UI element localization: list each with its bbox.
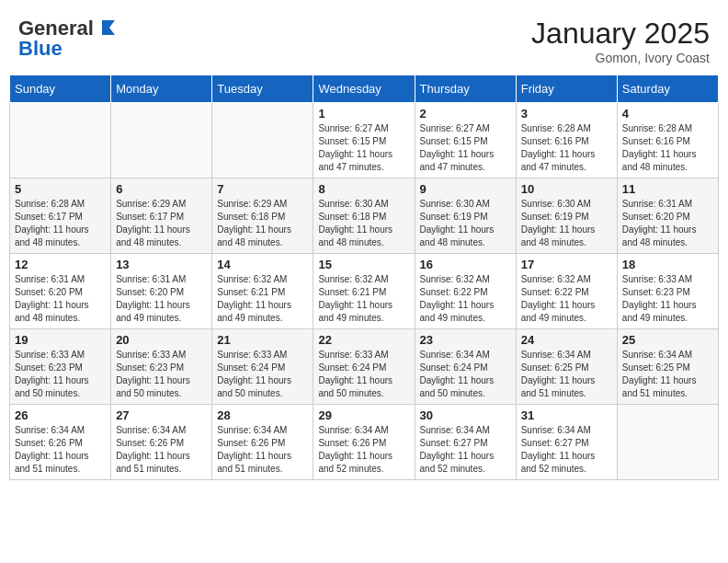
day-header-friday: Friday bbox=[516, 75, 617, 103]
day-number: 26 bbox=[15, 408, 106, 422]
calendar-cell: 1Sunrise: 6:27 AM Sunset: 6:15 PM Daylig… bbox=[313, 103, 415, 178]
calendar-cell: 24Sunrise: 6:34 AM Sunset: 6:25 PM Dayli… bbox=[516, 329, 617, 405]
calendar-cell: 14Sunrise: 6:32 AM Sunset: 6:21 PM Dayli… bbox=[212, 254, 313, 329]
calendar-cell: 25Sunrise: 6:34 AM Sunset: 6:25 PM Dayli… bbox=[617, 329, 718, 405]
day-header-thursday: Thursday bbox=[415, 75, 516, 103]
day-number: 2 bbox=[420, 107, 511, 121]
day-number: 15 bbox=[318, 258, 409, 271]
month-title: January 2025 bbox=[531, 17, 710, 51]
svg-marker-0 bbox=[102, 20, 115, 35]
calendar-cell: 11Sunrise: 6:31 AM Sunset: 6:20 PM Dayli… bbox=[617, 178, 718, 254]
calendar-cell: 16Sunrise: 6:32 AM Sunset: 6:22 PM Dayli… bbox=[415, 254, 516, 329]
calendar-cell: 23Sunrise: 6:34 AM Sunset: 6:24 PM Dayli… bbox=[415, 329, 516, 405]
day-info: Sunrise: 6:34 AM Sunset: 6:27 PM Dayligh… bbox=[420, 424, 511, 476]
calendar-cell: 28Sunrise: 6:34 AM Sunset: 6:26 PM Dayli… bbox=[212, 405, 313, 480]
day-number: 9 bbox=[420, 182, 511, 196]
day-info: Sunrise: 6:32 AM Sunset: 6:21 PM Dayligh… bbox=[318, 273, 409, 325]
day-number: 8 bbox=[318, 182, 409, 196]
calendar-cell: 10Sunrise: 6:30 AM Sunset: 6:19 PM Dayli… bbox=[516, 178, 617, 254]
calendar-cell: 12Sunrise: 6:31 AM Sunset: 6:20 PM Dayli… bbox=[10, 254, 111, 329]
day-number: 1 bbox=[318, 107, 409, 121]
calendar-cell: 13Sunrise: 6:31 AM Sunset: 6:20 PM Dayli… bbox=[111, 254, 212, 329]
calendar-week-4: 19Sunrise: 6:33 AM Sunset: 6:23 PM Dayli… bbox=[10, 329, 719, 405]
logo-blue-text: Blue bbox=[18, 37, 63, 61]
day-header-sunday: Sunday bbox=[10, 75, 111, 103]
day-number: 27 bbox=[116, 408, 207, 422]
day-number: 23 bbox=[420, 333, 511, 347]
day-info: Sunrise: 6:34 AM Sunset: 6:26 PM Dayligh… bbox=[15, 424, 106, 476]
title-block: January 2025 Gomon, Ivory Coast bbox=[531, 17, 710, 65]
day-info: Sunrise: 6:27 AM Sunset: 6:15 PM Dayligh… bbox=[420, 122, 511, 174]
calendar-cell: 3Sunrise: 6:28 AM Sunset: 6:16 PM Daylig… bbox=[516, 103, 617, 178]
day-number: 11 bbox=[622, 182, 713, 196]
day-info: Sunrise: 6:34 AM Sunset: 6:25 PM Dayligh… bbox=[622, 349, 713, 400]
day-number: 10 bbox=[521, 182, 612, 196]
calendar-week-5: 26Sunrise: 6:34 AM Sunset: 6:26 PM Dayli… bbox=[10, 405, 719, 480]
day-info: Sunrise: 6:28 AM Sunset: 6:16 PM Dayligh… bbox=[622, 122, 713, 174]
calendar-cell: 15Sunrise: 6:32 AM Sunset: 6:21 PM Dayli… bbox=[313, 254, 415, 329]
day-info: Sunrise: 6:33 AM Sunset: 6:23 PM Dayligh… bbox=[116, 349, 207, 400]
day-info: Sunrise: 6:28 AM Sunset: 6:16 PM Dayligh… bbox=[521, 122, 612, 174]
day-number: 16 bbox=[420, 258, 511, 271]
logo: General Blue bbox=[18, 17, 119, 61]
day-number: 28 bbox=[217, 408, 308, 422]
day-number: 17 bbox=[521, 258, 612, 271]
calendar-cell: 31Sunrise: 6:34 AM Sunset: 6:27 PM Dayli… bbox=[516, 405, 617, 480]
day-header-monday: Monday bbox=[111, 75, 212, 103]
day-info: Sunrise: 6:34 AM Sunset: 6:24 PM Dayligh… bbox=[420, 349, 511, 400]
calendar-cell: 26Sunrise: 6:34 AM Sunset: 6:26 PM Dayli… bbox=[10, 405, 111, 480]
day-number: 19 bbox=[15, 333, 106, 347]
calendar-cell bbox=[10, 103, 111, 178]
day-info: Sunrise: 6:33 AM Sunset: 6:24 PM Dayligh… bbox=[318, 349, 409, 400]
day-number: 18 bbox=[622, 258, 713, 271]
calendar-cell: 4Sunrise: 6:28 AM Sunset: 6:16 PM Daylig… bbox=[617, 103, 718, 178]
day-info: Sunrise: 6:34 AM Sunset: 6:26 PM Dayligh… bbox=[116, 424, 207, 476]
day-info: Sunrise: 6:30 AM Sunset: 6:19 PM Dayligh… bbox=[420, 198, 511, 249]
day-number: 20 bbox=[116, 333, 207, 347]
calendar-week-1: 1Sunrise: 6:27 AM Sunset: 6:15 PM Daylig… bbox=[10, 103, 719, 178]
calendar-header-row: SundayMondayTuesdayWednesdayThursdayFrid… bbox=[10, 75, 719, 103]
day-info: Sunrise: 6:30 AM Sunset: 6:19 PM Dayligh… bbox=[521, 198, 612, 249]
calendar-cell: 27Sunrise: 6:34 AM Sunset: 6:26 PM Dayli… bbox=[111, 405, 212, 480]
day-info: Sunrise: 6:33 AM Sunset: 6:24 PM Dayligh… bbox=[217, 349, 308, 400]
calendar-cell: 17Sunrise: 6:32 AM Sunset: 6:22 PM Dayli… bbox=[516, 254, 617, 329]
day-number: 4 bbox=[622, 107, 713, 121]
day-info: Sunrise: 6:32 AM Sunset: 6:22 PM Dayligh… bbox=[521, 273, 612, 325]
calendar-cell: 29Sunrise: 6:34 AM Sunset: 6:26 PM Dayli… bbox=[313, 405, 415, 480]
calendar-cell: 7Sunrise: 6:29 AM Sunset: 6:18 PM Daylig… bbox=[212, 178, 313, 254]
day-number: 24 bbox=[521, 333, 612, 347]
calendar-week-2: 5Sunrise: 6:28 AM Sunset: 6:17 PM Daylig… bbox=[10, 178, 719, 254]
calendar-cell: 2Sunrise: 6:27 AM Sunset: 6:15 PM Daylig… bbox=[415, 103, 516, 178]
day-number: 7 bbox=[217, 182, 308, 196]
calendar-week-3: 12Sunrise: 6:31 AM Sunset: 6:20 PM Dayli… bbox=[10, 254, 719, 329]
location-subtitle: Gomon, Ivory Coast bbox=[531, 51, 710, 65]
day-number: 25 bbox=[622, 333, 713, 347]
day-info: Sunrise: 6:29 AM Sunset: 6:17 PM Dayligh… bbox=[116, 198, 207, 249]
day-info: Sunrise: 6:34 AM Sunset: 6:26 PM Dayligh… bbox=[318, 424, 409, 476]
calendar-cell: 9Sunrise: 6:30 AM Sunset: 6:19 PM Daylig… bbox=[415, 178, 516, 254]
day-number: 21 bbox=[217, 333, 308, 347]
calendar-cell bbox=[617, 405, 718, 480]
calendar-cell: 8Sunrise: 6:30 AM Sunset: 6:18 PM Daylig… bbox=[313, 178, 415, 254]
calendar-table: SundayMondayTuesdayWednesdayThursdayFrid… bbox=[9, 75, 719, 480]
day-info: Sunrise: 6:31 AM Sunset: 6:20 PM Dayligh… bbox=[116, 273, 207, 325]
page-header: General Blue January 2025 Gomon, Ivory C… bbox=[9, 9, 719, 69]
day-number: 6 bbox=[116, 182, 207, 196]
calendar-cell: 6Sunrise: 6:29 AM Sunset: 6:17 PM Daylig… bbox=[111, 178, 212, 254]
calendar-cell: 20Sunrise: 6:33 AM Sunset: 6:23 PM Dayli… bbox=[111, 329, 212, 405]
day-number: 14 bbox=[217, 258, 308, 271]
day-info: Sunrise: 6:34 AM Sunset: 6:27 PM Dayligh… bbox=[521, 424, 612, 476]
day-number: 13 bbox=[116, 258, 207, 271]
day-header-tuesday: Tuesday bbox=[212, 75, 313, 103]
day-info: Sunrise: 6:31 AM Sunset: 6:20 PM Dayligh… bbox=[15, 273, 106, 325]
calendar-cell: 22Sunrise: 6:33 AM Sunset: 6:24 PM Dayli… bbox=[313, 329, 415, 405]
calendar-cell: 30Sunrise: 6:34 AM Sunset: 6:27 PM Dayli… bbox=[415, 405, 516, 480]
calendar-cell: 18Sunrise: 6:33 AM Sunset: 6:23 PM Dayli… bbox=[617, 254, 718, 329]
day-number: 29 bbox=[318, 408, 409, 422]
day-info: Sunrise: 6:33 AM Sunset: 6:23 PM Dayligh… bbox=[15, 349, 106, 400]
day-number: 31 bbox=[521, 408, 612, 422]
day-info: Sunrise: 6:34 AM Sunset: 6:26 PM Dayligh… bbox=[217, 424, 308, 476]
calendar-cell bbox=[111, 103, 212, 178]
calendar-cell: 19Sunrise: 6:33 AM Sunset: 6:23 PM Dayli… bbox=[10, 329, 111, 405]
day-number: 5 bbox=[15, 182, 106, 196]
